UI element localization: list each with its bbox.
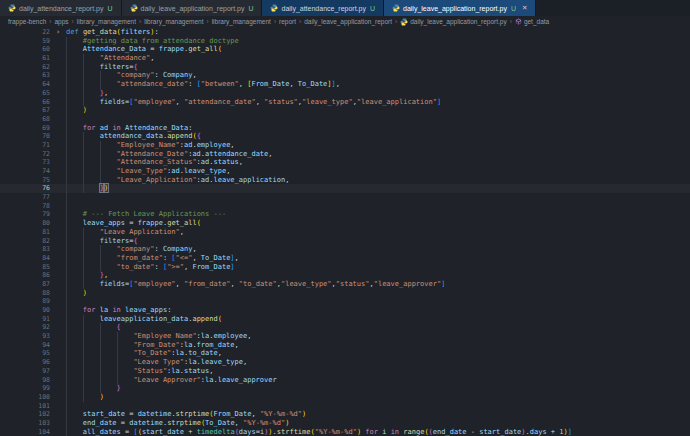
line-number[interactable]: 102 — [0, 410, 50, 419]
line-number[interactable]: 99 — [0, 384, 50, 393]
line-number[interactable]: 66 — [0, 98, 50, 107]
code-line[interactable]: 61"Attendance", — [0, 54, 690, 63]
code-line[interactable]: 97"Status":la.status, — [0, 367, 690, 376]
code-line[interactable]: 64"attendance_date": ["between", [From_D… — [0, 80, 690, 89]
code-line[interactable]: 87fields=["employee", "from_date", "to_d… — [0, 280, 690, 289]
line-number[interactable]: 92 — [0, 323, 50, 332]
code-line[interactable]: 90for la in leave_apps: — [0, 306, 690, 315]
line-number[interactable]: 83 — [0, 245, 50, 254]
code-line[interactable]: 85"to_date": [">=", From_Date] — [0, 263, 690, 272]
code-line[interactable]: 94"From_Date":la.from_date, — [0, 341, 690, 350]
line-number[interactable]: 59 — [0, 37, 50, 46]
line-number[interactable]: 76 — [0, 184, 50, 193]
line-number[interactable]: 85 — [0, 263, 50, 272]
code-line[interactable]: 88) — [0, 289, 690, 298]
line-number[interactable]: 91 — [0, 315, 50, 324]
tab-daily_leave_application_report.py[interactable]: daily_leave_application_report.pyU — [122, 0, 263, 16]
code-line[interactable]: 77 — [0, 193, 690, 202]
line-number[interactable]: 74 — [0, 167, 50, 176]
line-number[interactable]: 73 — [0, 158, 50, 167]
line-number[interactable]: 78 — [0, 202, 50, 211]
code-line[interactable]: 63"company": Company, — [0, 71, 690, 80]
code-line[interactable]: 79# --- Fetch Leave Applications --- — [0, 210, 690, 219]
line-number[interactable]: 80 — [0, 219, 50, 228]
line-number[interactable]: 87 — [0, 280, 50, 289]
code-line[interactable]: 62filters={ — [0, 63, 690, 72]
code-line[interactable]: 103end_date = datetime.strptime(To_Date,… — [0, 419, 690, 428]
line-number[interactable]: 104 — [0, 428, 50, 436]
code-line[interactable]: 80leave_apps = frappe.get_all( — [0, 219, 690, 228]
line-number[interactable]: 81 — [0, 228, 50, 237]
line-number[interactable]: 82 — [0, 237, 50, 246]
breadcrumb-item[interactable]: daily_leave_application_report — [304, 18, 392, 25]
breadcrumb-item[interactable]: apps — [54, 18, 68, 25]
line-number[interactable]: 86 — [0, 271, 50, 280]
code-line[interactable]: 65}, — [0, 89, 690, 98]
line-number[interactable]: 100 — [0, 393, 50, 402]
line-number[interactable]: 62 — [0, 63, 50, 72]
breadcrumb-item[interactable]: daily_leave_application_report.py — [400, 18, 506, 26]
line-number[interactable]: 96 — [0, 358, 50, 367]
code-line[interactable]: 74"Leave_Type":ad.leave_type, — [0, 167, 690, 176]
code-line[interactable]: 72"Attendance_Date":ad.attendance_date, — [0, 150, 690, 159]
line-number[interactable]: 61 — [0, 54, 50, 63]
line-number[interactable]: 60 — [0, 45, 50, 54]
line-number[interactable]: 98 — [0, 376, 50, 385]
line-number[interactable]: 64 — [0, 80, 50, 89]
breadcrumb-item[interactable]: library_management — [77, 18, 136, 25]
code-line[interactable]: 59#getting data from attendance doctype — [0, 37, 690, 46]
code-line[interactable]: 91leaveapplication_data.append( — [0, 315, 690, 324]
line-number[interactable]: 88 — [0, 289, 50, 298]
code-editor[interactable]: 22›def get_data(filters):59#getting data… — [0, 27, 690, 436]
fold-icon[interactable]: › — [50, 28, 66, 37]
code-line[interactable]: 83"company": Company, — [0, 245, 690, 254]
tab-daily_leave_application_report.py[interactable]: daily_leave_application_report.pyU✕ — [384, 0, 536, 16]
line-number[interactable]: 84 — [0, 254, 50, 263]
code-line[interactable]: 82filters={ — [0, 237, 690, 246]
breadcrumb-item[interactable]: report — [279, 18, 296, 25]
tab-daily_attendance_report.py[interactable]: daily_attendance_report.pyU — [0, 0, 122, 16]
code-line[interactable]: 95"To_Date":la.to_date, — [0, 349, 690, 358]
line-number[interactable]: 97 — [0, 367, 50, 376]
code-line[interactable]: 96"Leave Type":la.leave_type, — [0, 358, 690, 367]
code-line[interactable]: 70attendance_data.append({ — [0, 132, 690, 141]
code-line[interactable]: 73"Attendance_Status":ad.status, — [0, 158, 690, 167]
code-line[interactable]: 78 — [0, 202, 690, 211]
line-number[interactable]: 77 — [0, 193, 50, 202]
code-line[interactable]: 102start_date = datetime.strptime(From_D… — [0, 410, 690, 419]
code-line[interactable]: 67) — [0, 106, 690, 115]
line-number[interactable]: 63 — [0, 71, 50, 80]
line-number[interactable]: 103 — [0, 419, 50, 428]
code-line[interactable]: 84"from_date": ["<=", To_Date], — [0, 254, 690, 263]
tab-daily_attendance_report.py[interactable]: daily_attendance_report.pyU — [262, 0, 384, 16]
line-number[interactable]: 67 — [0, 106, 50, 115]
code-line[interactable]: 101 — [0, 402, 690, 411]
code-line[interactable]: 93"Employee Name":la.employee, — [0, 332, 690, 341]
line-number[interactable]: 93 — [0, 332, 50, 341]
code-line[interactable]: 81"Leave Application", — [0, 228, 690, 237]
code-line[interactable]: 66fields=["employee", "attendance_date",… — [0, 98, 690, 107]
code-line[interactable]: 89 — [0, 297, 690, 306]
line-number[interactable]: 68 — [0, 115, 50, 124]
code-line[interactable]: 69for ad in Attendance_Data: — [0, 124, 690, 133]
code-line[interactable]: 92{ — [0, 323, 690, 332]
code-line[interactable]: 60Attendance_Data = frappe.get_all( — [0, 45, 690, 54]
line-number[interactable]: 72 — [0, 150, 50, 159]
line-number[interactable]: 79 — [0, 210, 50, 219]
breadcrumb-item[interactable]: frappe-bench — [8, 18, 46, 25]
code-line[interactable]: 71"Employee_Name":ad.employee, — [0, 141, 690, 150]
line-number[interactable]: 90 — [0, 306, 50, 315]
line-number[interactable]: 69 — [0, 124, 50, 133]
line-number[interactable]: 65 — [0, 89, 50, 98]
code-line[interactable]: 98"Leave Approver":la.leave_approver — [0, 376, 690, 385]
code-line[interactable]: 104all_dates = [(start_date + timedelta(… — [0, 428, 690, 436]
line-number[interactable]: 75 — [0, 176, 50, 185]
line-number[interactable]: 70 — [0, 132, 50, 141]
close-icon[interactable]: ✕ — [522, 4, 527, 12]
code-line[interactable]: 99} — [0, 384, 690, 393]
line-number[interactable]: 22 — [0, 28, 50, 37]
line-number[interactable]: 101 — [0, 402, 50, 411]
code-line[interactable]: 76}) — [0, 184, 690, 193]
line-number[interactable]: 94 — [0, 341, 50, 350]
line-number[interactable]: 89 — [0, 297, 50, 306]
